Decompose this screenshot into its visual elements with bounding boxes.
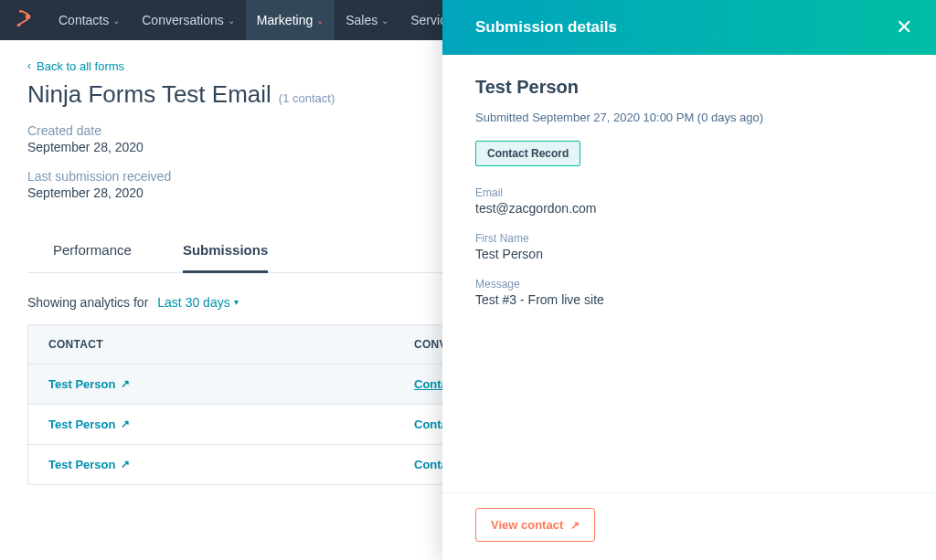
tab-performance[interactable]: Performance [53,233,132,272]
tab-submissions[interactable]: Submissions [183,233,268,273]
back-to-forms-link[interactable]: ‹ Back to all forms [27,59,124,73]
hubspot-logo-icon[interactable] [11,7,37,33]
contact-record-button[interactable]: Contact Record [475,141,580,166]
nav-contacts[interactable]: Contacts⌄ [48,0,131,40]
chevron-down-icon: ⌄ [228,16,235,26]
submission-details-drawer: Submission details ✕ Test Person Submitt… [442,0,936,560]
nav-marketing[interactable]: Marketing⌄ [246,0,335,40]
svg-point-1 [17,24,21,27]
field-email: Email test@zacgordon.com [475,186,903,216]
contact-count: (1 contact) [279,91,335,105]
contact-link[interactable]: Test Person ↗ [48,377,130,391]
drawer-title: Submission details [475,18,890,37]
svg-point-0 [26,15,31,19]
contact-link[interactable]: Test Person ↗ [48,458,130,471]
drawer-header: Submission details ✕ [442,0,936,55]
svg-point-2 [19,10,22,13]
nav-sales[interactable]: Sales⌄ [335,0,399,40]
submission-timestamp: Submitted September 27, 2020 10:00 PM (0… [475,111,903,124]
close-icon[interactable]: ✕ [890,12,918,43]
chevron-down-icon: ⌄ [381,16,388,26]
chevron-down-icon: ▾ [234,297,239,307]
external-link-icon: ↗ [121,417,130,430]
chevron-down-icon: ⌄ [112,16,120,26]
external-link-icon: ↗ [121,458,130,470]
submission-contact-name: Test Person [475,77,903,98]
drawer-footer: View contact ↗ [442,492,936,560]
external-link-icon: ↗ [121,377,130,390]
chevron-down-icon: ⌄ [316,16,324,26]
drawer-body: Test Person Submitted September 27, 2020… [442,55,936,492]
external-link-icon: ↗ [570,519,580,532]
contact-link[interactable]: Test Person ↗ [48,417,130,431]
field-message: Message Test #3 - From live site [475,278,903,307]
nav-conversations[interactable]: Conversations⌄ [131,0,246,40]
field-first-name: First Name Test Person [475,232,903,261]
chevron-left-icon: ‹ [27,59,31,72]
column-contact[interactable]: Contact [28,325,394,364]
view-contact-button[interactable]: View contact ↗ [475,508,595,542]
date-range-dropdown[interactable]: Last 30 days ▾ [157,295,238,310]
